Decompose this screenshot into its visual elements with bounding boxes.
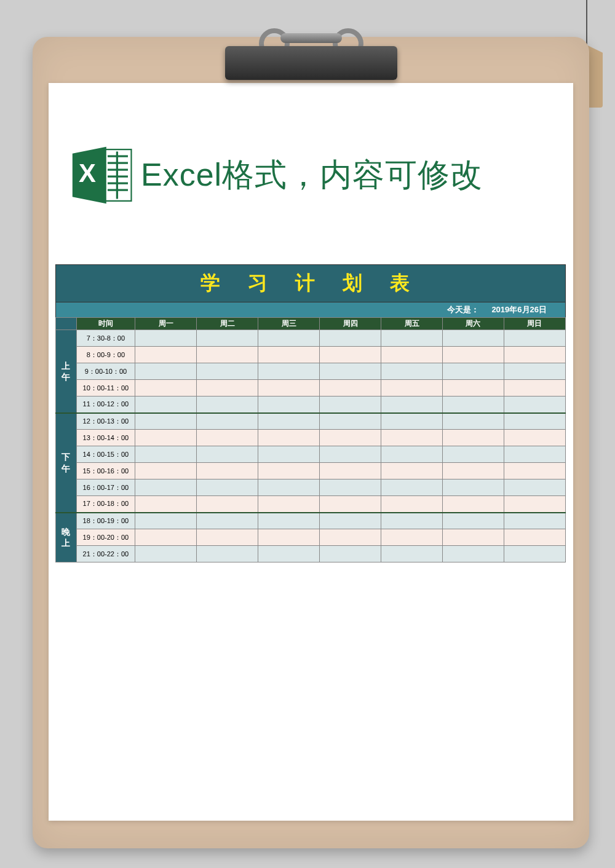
schedule-cell[interactable] <box>135 496 197 513</box>
schedule-cell[interactable] <box>197 397 258 413</box>
schedule-cell[interactable] <box>443 397 504 413</box>
schedule-cell[interactable] <box>504 380 565 397</box>
schedule-cell[interactable] <box>258 397 320 413</box>
schedule-cell[interactable] <box>504 496 565 513</box>
schedule-cell[interactable] <box>258 413 320 430</box>
schedule-cell[interactable] <box>135 363 197 380</box>
schedule-cell[interactable] <box>197 380 258 397</box>
schedule-cell[interactable] <box>504 363 565 380</box>
schedule-cell[interactable] <box>381 397 443 413</box>
schedule-cell[interactable] <box>381 380 443 397</box>
schedule-cell[interactable] <box>381 546 443 562</box>
schedule-cell[interactable] <box>135 463 197 479</box>
schedule-cell[interactable] <box>320 347 381 363</box>
schedule-cell[interactable] <box>443 479 504 496</box>
schedule-cell[interactable] <box>197 479 258 496</box>
schedule-cell[interactable] <box>443 347 504 363</box>
schedule-cell[interactable] <box>504 446 565 463</box>
schedule-cell[interactable] <box>258 363 320 380</box>
schedule-cell[interactable] <box>504 397 565 413</box>
schedule-cell[interactable] <box>197 529 258 546</box>
schedule-cell[interactable] <box>320 397 381 413</box>
schedule-cell[interactable] <box>135 479 197 496</box>
schedule-cell[interactable] <box>443 330 504 347</box>
schedule-cell[interactable] <box>320 446 381 463</box>
schedule-cell[interactable] <box>381 347 443 363</box>
schedule-cell[interactable] <box>443 513 504 529</box>
schedule-cell[interactable] <box>135 529 197 546</box>
schedule-cell[interactable] <box>197 363 258 380</box>
schedule-cell[interactable] <box>381 463 443 479</box>
schedule-cell[interactable] <box>135 446 197 463</box>
schedule-cell[interactable] <box>135 330 197 347</box>
schedule-cell[interactable] <box>381 529 443 546</box>
schedule-cell[interactable] <box>258 513 320 529</box>
schedule-cell[interactable] <box>258 546 320 562</box>
schedule-cell[interactable] <box>197 430 258 446</box>
schedule-cell[interactable] <box>443 363 504 380</box>
schedule-cell[interactable] <box>135 546 197 562</box>
schedule-cell[interactable] <box>258 330 320 347</box>
schedule-cell[interactable] <box>135 413 197 430</box>
schedule-cell[interactable] <box>443 446 504 463</box>
schedule-cell[interactable] <box>381 446 443 463</box>
schedule-cell[interactable] <box>135 380 197 397</box>
schedule-cell[interactable] <box>135 430 197 446</box>
schedule-cell[interactable] <box>197 347 258 363</box>
schedule-cell[interactable] <box>258 380 320 397</box>
schedule-cell[interactable] <box>320 546 381 562</box>
schedule-cell[interactable] <box>504 479 565 496</box>
schedule-cell[interactable] <box>197 513 258 529</box>
schedule-cell[interactable] <box>443 380 504 397</box>
schedule-cell[interactable] <box>258 479 320 496</box>
schedule-cell[interactable] <box>320 496 381 513</box>
schedule-cell[interactable] <box>320 479 381 496</box>
schedule-cell[interactable] <box>197 330 258 347</box>
table-row: 14：00-15：00 <box>56 446 566 463</box>
schedule-cell[interactable] <box>504 330 565 347</box>
schedule-cell[interactable] <box>504 529 565 546</box>
schedule-cell[interactable] <box>320 380 381 397</box>
schedule-cell[interactable] <box>443 413 504 430</box>
schedule-cell[interactable] <box>197 446 258 463</box>
schedule-cell[interactable] <box>258 463 320 479</box>
schedule-cell[interactable] <box>197 496 258 513</box>
schedule-cell[interactable] <box>320 463 381 479</box>
schedule-cell[interactable] <box>320 413 381 430</box>
schedule-cell[interactable] <box>197 546 258 562</box>
schedule-cell[interactable] <box>381 363 443 380</box>
schedule-cell[interactable] <box>320 363 381 380</box>
excel-header: X Excel格式，内容可修改 <box>67 141 483 209</box>
schedule-cell[interactable] <box>381 479 443 496</box>
schedule-cell[interactable] <box>381 330 443 347</box>
schedule-cell[interactable] <box>258 430 320 446</box>
schedule-cell[interactable] <box>320 430 381 446</box>
schedule-cell[interactable] <box>258 347 320 363</box>
schedule-cell[interactable] <box>381 496 443 513</box>
schedule-cell[interactable] <box>504 463 565 479</box>
schedule-cell[interactable] <box>381 513 443 529</box>
schedule-cell[interactable] <box>135 513 197 529</box>
schedule-cell[interactable] <box>381 430 443 446</box>
schedule-cell[interactable] <box>504 413 565 430</box>
schedule-cell[interactable] <box>258 446 320 463</box>
schedule-cell[interactable] <box>197 413 258 430</box>
schedule-cell[interactable] <box>443 463 504 479</box>
schedule-cell[interactable] <box>443 496 504 513</box>
schedule-cell[interactable] <box>258 529 320 546</box>
schedule-cell[interactable] <box>381 413 443 430</box>
schedule-cell[interactable] <box>320 330 381 347</box>
schedule-cell[interactable] <box>504 546 565 562</box>
schedule-cell[interactable] <box>443 430 504 446</box>
schedule-cell[interactable] <box>504 513 565 529</box>
schedule-cell[interactable] <box>504 430 565 446</box>
schedule-cell[interactable] <box>197 463 258 479</box>
schedule-cell[interactable] <box>135 397 197 413</box>
schedule-cell[interactable] <box>443 529 504 546</box>
schedule-cell[interactable] <box>504 347 565 363</box>
schedule-cell[interactable] <box>320 513 381 529</box>
schedule-cell[interactable] <box>443 546 504 562</box>
schedule-cell[interactable] <box>135 347 197 363</box>
schedule-cell[interactable] <box>258 496 320 513</box>
schedule-cell[interactable] <box>320 529 381 546</box>
